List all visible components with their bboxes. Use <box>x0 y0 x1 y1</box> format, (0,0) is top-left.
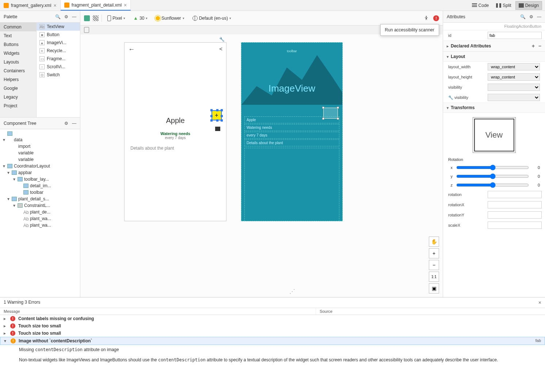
minimize-icon[interactable]: — <box>72 121 76 126</box>
layout-height-select[interactable]: wrap_content <box>488 73 540 81</box>
view-mode-split[interactable]: Split <box>493 1 514 10</box>
api-picker[interactable]: ▲ 30▾ <box>131 14 150 22</box>
component-tree-header: Component Tree ⚙ — <box>0 118 80 129</box>
surface-select-icon[interactable] <box>84 15 90 21</box>
palette-cat-text[interactable]: Text <box>0 31 36 40</box>
gear-icon[interactable]: ⚙ <box>64 14 68 19</box>
search-icon[interactable]: 🔍 <box>520 14 526 19</box>
tree-node[interactable]: ▾ConstraintL... <box>0 202 80 209</box>
wrench-icon[interactable]: 🔧 <box>219 37 225 42</box>
rotation-x-slider[interactable] <box>456 165 529 170</box>
globe-icon <box>193 16 198 21</box>
gallery-icon[interactable] <box>215 127 220 131</box>
zoom-out-button[interactable]: − <box>429 260 439 270</box>
view-mode-design[interactable]: Design <box>515 1 542 10</box>
remove-icon[interactable]: − <box>538 43 541 49</box>
tree-node[interactable] <box>0 131 80 137</box>
pan-button[interactable]: ✋ <box>429 237 439 247</box>
palette-cat-buttons[interactable]: Buttons <box>0 40 36 49</box>
rotationy-input[interactable] <box>488 211 542 219</box>
add-icon[interactable]: + <box>532 43 535 49</box>
error-badge-icon[interactable]: ! <box>433 15 439 21</box>
palette-cat-common[interactable]: Common <box>0 23 36 31</box>
orientation-icon[interactable] <box>84 27 89 33</box>
palette-item-switch[interactable]: ⊙Switch <box>37 71 80 79</box>
blueprint-freq-row: every 7 days <box>244 132 339 139</box>
search-icon[interactable]: 🔍 <box>55 14 61 19</box>
visibility-select[interactable] <box>488 84 540 91</box>
tree-node[interactable]: Abplant_wa... <box>0 222 80 228</box>
back-icon[interactable]: ← <box>128 46 135 53</box>
palette-cat-containers[interactable]: Containers <box>0 66 36 75</box>
layout-width-select[interactable]: wrap_content <box>488 63 540 70</box>
view-mode-code[interactable]: Code <box>469 1 492 10</box>
palette-cat-layouts[interactable]: Layouts <box>0 58 36 66</box>
tree-node[interactable]: variable <box>0 150 80 156</box>
zoom-in-button[interactable]: + <box>429 248 439 258</box>
close-icon[interactable]: × <box>538 300 541 305</box>
issue-row[interactable]: ▾!Image without `contentDescription`fab <box>0 337 545 345</box>
tree-node[interactable]: Abplant_wa... <box>0 215 80 222</box>
transforms-header[interactable]: ▾Transforms <box>443 103 545 113</box>
resize-grip-icon[interactable]: ⋰ <box>289 288 295 295</box>
issue-row[interactable]: ▸!Touch size too small <box>0 330 545 337</box>
fab-selected[interactable]: + <box>211 110 222 120</box>
palette-item-fragment[interactable]: ▭Fragme... <box>37 55 80 63</box>
zoom-reset-button[interactable]: 1:1 <box>429 272 439 282</box>
palette-item-button[interactable]: ■Button <box>37 31 80 39</box>
locale-picker[interactable]: Default (en-us)▾ <box>190 15 234 22</box>
id-input[interactable] <box>488 32 542 39</box>
tree-node[interactable]: ▾data <box>0 137 80 143</box>
issue-row[interactable]: ▸!Touch size too small <box>0 322 545 330</box>
blueprint-toggle-icon[interactable] <box>93 15 99 21</box>
scalex-input[interactable] <box>488 222 542 229</box>
tree-node[interactable]: detail_im... <box>0 182 80 189</box>
tree-node[interactable]: toolbar <box>0 189 80 196</box>
share-icon[interactable]: < <box>219 46 222 53</box>
tree-node[interactable]: ▾plant_detail_s... <box>0 196 80 202</box>
minimize-icon[interactable]: — <box>537 14 541 19</box>
xml-icon <box>4 3 9 8</box>
palette-item-recycler[interactable]: ≡Recycle... <box>37 47 80 55</box>
rotation-z-slider[interactable] <box>456 182 529 188</box>
palette-item-imageview[interactable]: ▲ImageVi... <box>37 39 80 47</box>
tree-node[interactable]: Abplant_de... <box>0 209 80 215</box>
palette-item-textview[interactable]: AbTextView <box>37 23 80 31</box>
tree-node[interactable]: variable <box>0 156 80 163</box>
theme-picker[interactable]: Sunflower▾ <box>153 15 187 22</box>
tab-gallery[interactable]: fragment_gallery.xml × <box>0 0 61 11</box>
accessibility-scanner-button[interactable] <box>422 14 430 22</box>
close-icon[interactable]: × <box>124 2 127 8</box>
minimize-icon[interactable]: — <box>72 14 76 19</box>
design-preview[interactable]: 🔧 ← < Apple Watering needs every 7 days … <box>124 42 226 221</box>
palette-cat-helpers[interactable]: Helpers <box>0 75 36 84</box>
tree-node[interactable]: ▾CoordinatorLayout <box>0 163 80 169</box>
palette-cat-project[interactable]: Project <box>0 101 36 110</box>
rotation-y-slider[interactable] <box>456 173 529 179</box>
palette-item-scrollview[interactable]: ↕ScrollVi... <box>37 63 80 71</box>
device-picker[interactable]: Pixel▾ <box>105 14 128 22</box>
scroll-icon: ↕ <box>39 64 45 69</box>
palette-cat-widgets[interactable]: Widgets <box>0 49 36 58</box>
issue-row[interactable]: ▸!Content labels missing or confusing <box>0 315 545 322</box>
tab-plant-detail[interactable]: fragment_plant_detail.xml × <box>61 0 131 11</box>
blueprint-preview[interactable]: 🔧 toolbar ImageView Apple Watering needs… <box>241 42 343 221</box>
rotation-input[interactable] <box>488 191 542 198</box>
palette-cat-google[interactable]: Google <box>0 84 36 93</box>
layout-section-header[interactable]: ▾Layout <box>443 51 545 62</box>
palette-cat-legacy[interactable]: Legacy <box>0 93 36 101</box>
rotationx-input[interactable] <box>488 201 542 208</box>
gear-icon[interactable]: ⚙ <box>529 14 533 19</box>
tools-visibility-select[interactable] <box>488 94 540 101</box>
declared-attrs-header[interactable]: ▸Declared Attributes +− <box>443 41 545 51</box>
tree-node[interactable]: ▾appbar <box>0 169 80 176</box>
zoom-fit-button[interactable]: ▣ <box>429 283 439 293</box>
blueprint-water-row: Watering needs <box>244 124 339 131</box>
tree-node[interactable]: import <box>0 143 80 150</box>
svg-point-0 <box>426 16 427 17</box>
gear-icon[interactable]: ⚙ <box>64 121 68 126</box>
design-canvas[interactable]: 🔧 ← < Apple Watering needs every 7 days … <box>80 34 443 297</box>
attributes-title: Attributes <box>447 14 465 19</box>
tree-node[interactable]: ▾toolbar_lay... <box>0 176 80 182</box>
close-icon[interactable]: × <box>53 3 56 8</box>
